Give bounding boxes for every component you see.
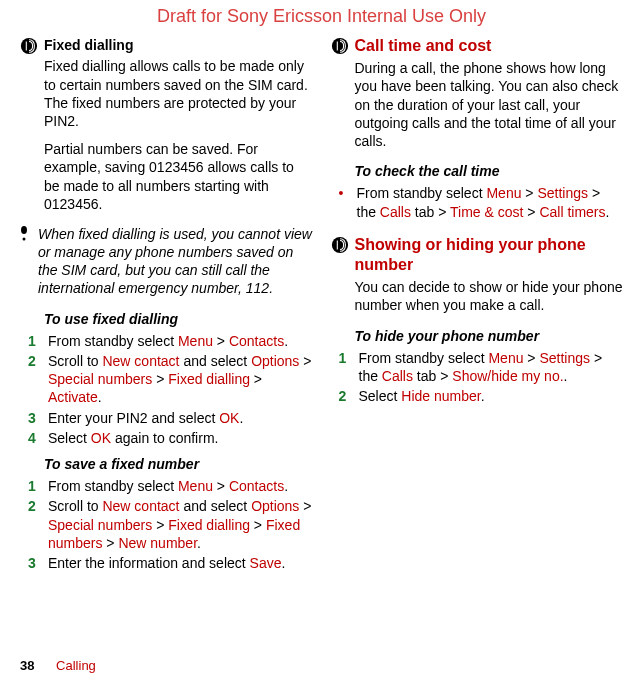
to-save-heading: To save a fixed number — [44, 455, 313, 473]
bullet-row: • From standby select Menu > Settings > … — [339, 184, 624, 220]
signal-icon — [331, 37, 349, 55]
step-row: 1 From standby select Menu > Contacts. — [28, 477, 313, 495]
step-text: Scroll to New contact and select Options… — [48, 352, 313, 407]
bullet-icon: • — [339, 184, 349, 220]
step-text: Enter the information and select Save. — [48, 554, 285, 572]
section-fixed-dialling: Fixed dialling — [20, 36, 313, 55]
section-show-hide: Showing or hiding your phone number — [331, 235, 624, 277]
step-row: 3 Enter your PIN2 and select OK. — [28, 409, 313, 427]
step-row: 1 From standby select Menu > Contacts. — [28, 332, 313, 350]
page-number: 38 — [20, 658, 34, 673]
ct-para1: During a call, the phone shows how long … — [355, 59, 624, 150]
content-columns: Fixed dialling Fixed dialling allows cal… — [20, 36, 623, 574]
bullet-text: From standby select Menu > Settings > th… — [357, 184, 624, 220]
step-text: From standby select Menu > Settings > th… — [359, 349, 624, 385]
sh-para1: You can decide to show or hide your phon… — [355, 278, 624, 314]
step-number: 2 — [339, 387, 353, 405]
step-number: 3 — [28, 409, 42, 427]
fixed-dialling-body: Fixed dialling allows calls to be made o… — [44, 57, 313, 213]
step-number: 1 — [339, 349, 353, 385]
check-time-heading: To check the call time — [355, 162, 624, 180]
draft-banner: Draft for Sony Ericsson Internal Use Onl… — [20, 5, 623, 28]
svg-point-2 — [23, 237, 26, 240]
note-block: When fixed dialling is used, you cannot … — [20, 225, 313, 298]
fixed-dialling-title: Fixed dialling — [44, 36, 133, 54]
right-column: Call time and cost During a call, the ph… — [331, 36, 624, 574]
left-column: Fixed dialling Fixed dialling allows cal… — [20, 36, 313, 574]
fd-para1: Fixed dialling allows calls to be made o… — [44, 57, 313, 130]
step-text: Scroll to New contact and select Options… — [48, 497, 313, 552]
step-text: Select OK again to confirm. — [48, 429, 218, 447]
section-name: Calling — [56, 658, 96, 673]
step-row: 2 Scroll to New contact and select Optio… — [28, 352, 313, 407]
svg-point-1 — [21, 226, 27, 234]
fd-para2: Partial numbers can be saved. For exampl… — [44, 140, 313, 213]
to-use-heading: To use fixed dialling — [44, 310, 313, 328]
step-row: 2 Select Hide number. — [339, 387, 624, 405]
hide-number-heading: To hide your phone number — [355, 327, 624, 345]
step-number: 2 — [28, 352, 42, 407]
show-hide-title: Showing or hiding your phone number — [355, 235, 624, 277]
step-row: 4 Select OK again to confirm. — [28, 429, 313, 447]
call-time-body: During a call, the phone shows how long … — [355, 59, 624, 150]
step-number: 2 — [28, 497, 42, 552]
step-text: Enter your PIN2 and select OK. — [48, 409, 243, 427]
step-text: From standby select Menu > Contacts. — [48, 332, 288, 350]
note-text: When fixed dialling is used, you cannot … — [38, 225, 313, 298]
call-time-title: Call time and cost — [355, 36, 492, 57]
step-number: 4 — [28, 429, 42, 447]
step-number: 1 — [28, 332, 42, 350]
step-row: 2 Scroll to New contact and select Optio… — [28, 497, 313, 552]
step-row: 1 From standby select Menu > Settings > … — [339, 349, 624, 385]
signal-icon — [20, 37, 38, 55]
info-icon — [20, 225, 30, 298]
step-number: 1 — [28, 477, 42, 495]
step-text: Select Hide number. — [359, 387, 485, 405]
section-call-time: Call time and cost — [331, 36, 624, 57]
signal-icon — [331, 236, 349, 254]
step-number: 3 — [28, 554, 42, 572]
show-hide-body: You can decide to show or hide your phon… — [355, 278, 624, 314]
page-footer: 38 Calling — [20, 658, 96, 675]
step-row: 3 Enter the information and select Save. — [28, 554, 313, 572]
step-text: From standby select Menu > Contacts. — [48, 477, 288, 495]
